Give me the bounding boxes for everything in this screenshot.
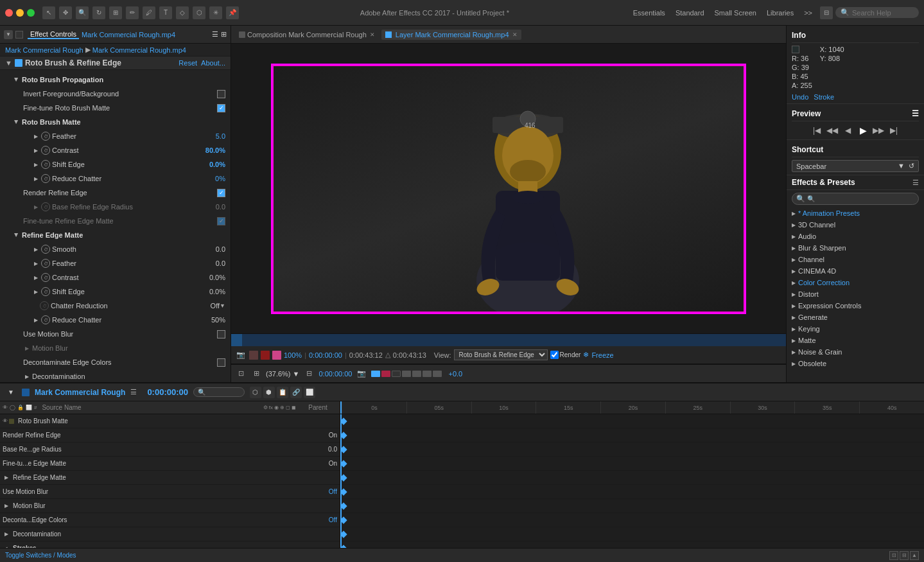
- rotate-tool[interactable]: ↻: [92, 6, 105, 19]
- feather-stopwatch[interactable]: ⏱: [41, 132, 50, 141]
- roto-brush-matte-arrow[interactable]: ▶: [13, 118, 21, 126]
- comp-tab-close[interactable]: ✕: [370, 31, 375, 38]
- tl-label-icon[interactable]: ⬜: [26, 405, 32, 410]
- reduce-chatter-value[interactable]: 0%: [200, 175, 225, 182]
- preview-prev-frame[interactable]: ◀◀: [826, 124, 839, 137]
- freeze-label[interactable]: Freeze: [591, 351, 613, 359]
- tl-decontamination-arrow[interactable]: ▶: [3, 531, 10, 538]
- timeline-current-time[interactable]: 0:00:00:00: [147, 387, 188, 397]
- contrast-keyframe[interactable]: ▶: [32, 146, 40, 154]
- effects-item-animation-presets[interactable]: ▶ * Animation Presets: [787, 207, 924, 219]
- viewer-bottom-layout[interactable]: ⊡: [235, 368, 247, 380]
- icon-7[interactable]: [433, 371, 442, 377]
- decontamination-group[interactable]: ▶ Decontamination: [0, 369, 231, 382]
- effects-item-cinema4d[interactable]: ▶ CINEMA 4D: [787, 265, 924, 277]
- eye[interactable]: 👁: [3, 418, 8, 424]
- tl-switch-5[interactable]: ◻: [286, 405, 290, 410]
- pin-tool[interactable]: 📌: [226, 6, 239, 19]
- contrast2-stopwatch[interactable]: ⏱: [41, 273, 50, 282]
- effects-search[interactable]: 🔍: [792, 193, 919, 205]
- preview-play[interactable]: ▶: [857, 124, 869, 137]
- view-mode-select[interactable]: Roto Brush & Refine Edge: [454, 349, 548, 360]
- smooth-value[interactable]: 0.0: [200, 245, 225, 253]
- zoom-display2[interactable]: (37.6%) ▼: [266, 370, 299, 378]
- contrast2-keyframe[interactable]: ▶: [32, 274, 40, 281]
- viewer-timeline-strip[interactable]: [231, 333, 786, 346]
- effects-item-keying[interactable]: ▶ Keying: [787, 323, 924, 335]
- tab-essentials[interactable]: Essentials: [631, 8, 668, 18]
- color-icon-1[interactable]: [371, 371, 380, 377]
- contrast2-value[interactable]: 0.0%: [200, 274, 225, 281]
- feather2-stopwatch[interactable]: ⏱: [41, 259, 50, 268]
- viewer-bottom-frame[interactable]: ⊟: [303, 368, 315, 380]
- color-icon-2[interactable]: [381, 371, 390, 377]
- effects-item-noise-grain[interactable]: ▶ Noise & Grain: [787, 346, 924, 358]
- stroke-label[interactable]: Stroke: [814, 93, 834, 101]
- fine-tune-roto-checkbox[interactable]: ✓: [217, 104, 225, 112]
- undo-label[interactable]: Undo: [792, 93, 808, 101]
- effects-item-audio[interactable]: ▶ Audio: [787, 231, 924, 242]
- timeline-menu[interactable]: ☰: [130, 388, 137, 396]
- breadcrumb-comp[interactable]: Mark Commercial Rough: [5, 46, 83, 54]
- tl-switch-1[interactable]: ⚙: [263, 405, 268, 410]
- preview-go-end[interactable]: ▶|: [887, 124, 900, 137]
- close-button[interactable]: [5, 9, 13, 17]
- color-icon-3[interactable]: [392, 371, 401, 377]
- shortcut-arrow[interactable]: ▼: [898, 162, 905, 170]
- effects-item-matte[interactable]: ▶ Matte: [787, 335, 924, 346]
- maximize-button[interactable]: [27, 9, 35, 17]
- panel-menu[interactable]: ☰: [212, 30, 218, 39]
- tl-footer-icon-1[interactable]: ⊡: [889, 551, 898, 560]
- search-input[interactable]: [852, 9, 916, 17]
- tab-effect-controls[interactable]: Effect Controls: [28, 30, 79, 39]
- tl-icon-3[interactable]: 📋: [277, 387, 288, 398]
- reduce-chatter2-keyframe[interactable]: ▶: [32, 316, 40, 324]
- tl-eye-icon[interactable]: 👁: [3, 405, 8, 410]
- roto-brush-propagation-group[interactable]: ▶ Roto Brush Propagation: [0, 73, 231, 87]
- panel-toggle[interactable]: ▼: [4, 30, 13, 39]
- shortcut-dropdown[interactable]: Spacebar ▼ ↺: [792, 160, 919, 172]
- shift-edge-stopwatch[interactable]: ⏱: [41, 160, 50, 169]
- smooth-stopwatch[interactable]: ⏱: [41, 245, 50, 254]
- layer-tab-close[interactable]: ✕: [512, 31, 518, 38]
- effects-item-obsolete[interactable]: ▶ Obsolete: [787, 358, 924, 369]
- tab-small-screen[interactable]: Small Screen: [712, 8, 759, 18]
- shift-edge2-stopwatch[interactable]: ⏱: [41, 287, 50, 296]
- layout-icon[interactable]: ⊟: [820, 6, 833, 19]
- effects-menu[interactable]: ☰: [912, 179, 919, 187]
- feather2-keyframe[interactable]: ▶: [32, 259, 40, 267]
- icon-4[interactable]: [402, 371, 411, 377]
- feather2-value[interactable]: 0.0: [200, 259, 225, 267]
- select-tool[interactable]: ↖: [42, 6, 55, 19]
- effects-item-3d-channel[interactable]: ▶ 3D Channel: [787, 219, 924, 231]
- zoom-display[interactable]: 100%: [284, 351, 302, 359]
- tl-footer-icon-3[interactable]: ▲: [910, 551, 919, 560]
- chatter-reduction-value[interactable]: Off: [194, 302, 220, 310]
- tab-libraries[interactable]: Libraries: [764, 8, 796, 18]
- roto-brush-propagation-arrow[interactable]: ▶: [13, 76, 21, 83]
- motion-blur-group[interactable]: ▶ Motion Blur: [0, 341, 231, 355]
- viewer-ctrl-dark-red[interactable]: [261, 351, 270, 360]
- viewer-ctrl-red[interactable]: [249, 351, 258, 360]
- tl-icon-1[interactable]: ⬡: [250, 387, 261, 398]
- toggle-switches-label[interactable]: Toggle Switches / Modes: [5, 552, 76, 559]
- refine-edge-matte-arrow[interactable]: ▶: [13, 231, 21, 239]
- timeline-search-input[interactable]: [193, 387, 245, 397]
- shift-edge-keyframe[interactable]: ▶: [32, 161, 40, 168]
- reduce-chatter-keyframe[interactable]: ▶: [32, 175, 40, 182]
- shift-edge2-value[interactable]: 0.0%: [200, 288, 225, 295]
- tl-strokes-arrow[interactable]: ▼: [3, 545, 10, 549]
- shape-tool[interactable]: ◇: [176, 6, 189, 19]
- preview-menu[interactable]: ☰: [912, 109, 919, 118]
- roto-brush-matte-group[interactable]: ▶ Roto Brush Matte: [0, 115, 231, 129]
- effects-item-channel[interactable]: ▶ Channel: [787, 254, 924, 265]
- decontamination-arrow[interactable]: ▶: [23, 373, 31, 380]
- panel-expand[interactable]: ⊞: [221, 30, 227, 39]
- effect-reset-button[interactable]: Reset: [179, 59, 197, 67]
- effects-item-color-correction[interactable]: ▶ Color Correction: [787, 277, 924, 288]
- roto-tool[interactable]: ⬡: [193, 6, 205, 19]
- type-tool[interactable]: T: [159, 6, 172, 19]
- viewer-ctrl-pink[interactable]: [272, 351, 281, 360]
- effects-item-expression-controls[interactable]: ▶ Expression Controls: [787, 300, 924, 312]
- effects-item-blur-sharpen[interactable]: ▶ Blur & Sharpen: [787, 242, 924, 254]
